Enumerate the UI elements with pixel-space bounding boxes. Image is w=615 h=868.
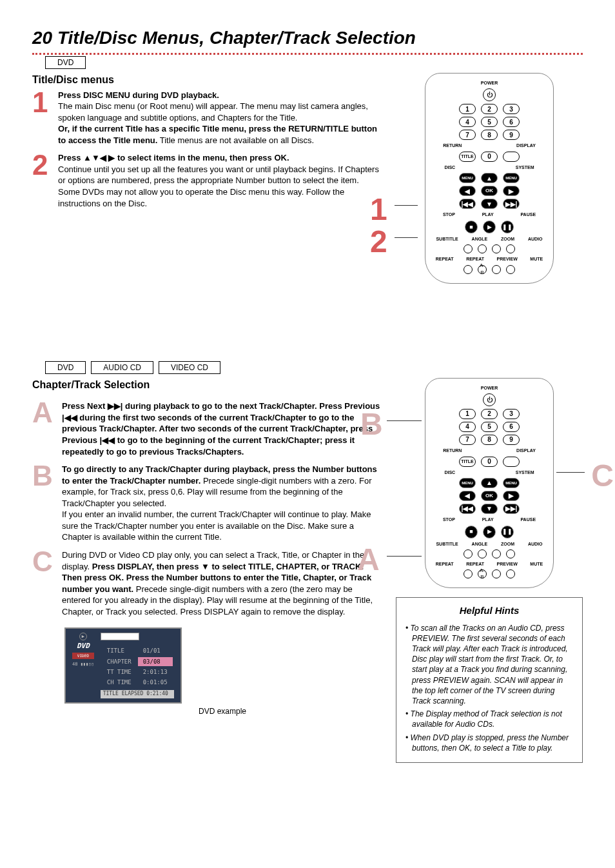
btn2-title[interactable]: TITLE: [459, 457, 476, 467]
btn-zoom[interactable]: [492, 244, 501, 253]
btn2-5[interactable]: 5: [481, 422, 498, 432]
audio-label-2: AUDIO: [528, 541, 543, 547]
tag-video-cd: VIDEO CD: [159, 361, 220, 374]
btn-right[interactable]: ▶: [503, 186, 520, 196]
tag-audio-cd: AUDIO CD: [91, 361, 153, 374]
btn2-6[interactable]: 6: [503, 422, 520, 432]
angle-label-2: ANGLE: [472, 541, 488, 547]
disc-label: DISC: [444, 164, 455, 170]
btn2-zoom[interactable]: [492, 549, 501, 558]
btn-audio[interactable]: [506, 244, 515, 253]
btn-5[interactable]: 5: [481, 117, 498, 127]
power-button[interactable]: ⏻: [483, 88, 496, 101]
step2-body: Continue until you set up all the featur…: [58, 164, 380, 209]
btn-mute[interactable]: [506, 265, 515, 274]
btn2-4[interactable]: 4: [459, 422, 476, 432]
btn-play[interactable]: ▶: [483, 221, 496, 233]
btn2-next[interactable]: ▶▶|: [503, 504, 520, 514]
subtitle-label: SUBTITLE: [436, 236, 458, 242]
btn-1[interactable]: 1: [459, 104, 476, 114]
repeat2-label: REPEAT: [466, 256, 484, 262]
btn-subtitle[interactable]: [464, 244, 473, 253]
osd-chapter-label: CHAPTER: [102, 657, 137, 666]
btn2-9[interactable]: 9: [503, 435, 520, 445]
stepB-body2: If you enter an invalid number, the curr…: [62, 509, 380, 543]
callout-line-2: [395, 237, 418, 238]
osd-dvd-logo: DVD: [72, 642, 94, 651]
power-label-2: POWER: [429, 385, 549, 391]
power-button-2[interactable]: ⏻: [483, 393, 496, 406]
step-number-1: 1: [32, 90, 53, 146]
btn-0[interactable]: 0: [481, 152, 498, 162]
btn2-system-menu[interactable]: MENU: [503, 478, 520, 488]
btn-display[interactable]: [503, 152, 520, 162]
btn-6[interactable]: 6: [503, 117, 520, 127]
btn2-play[interactable]: ▶: [483, 526, 496, 538]
btn2-1[interactable]: 1: [459, 409, 476, 419]
btn2-3[interactable]: 3: [503, 409, 520, 419]
btn-7[interactable]: 7: [459, 130, 476, 140]
step1-lead: Press DISC MENU during DVD playback.: [58, 90, 219, 100]
btn2-up[interactable]: ▲: [481, 478, 498, 488]
power-label: POWER: [429, 80, 549, 86]
btn-4[interactable]: 4: [459, 117, 476, 127]
heading-chapter-track: Chapter/Track Selection: [32, 378, 380, 392]
btn2-repeat-ab[interactable]: A-B: [478, 569, 487, 578]
btn2-7[interactable]: 7: [459, 435, 476, 445]
btn2-repeat[interactable]: [464, 569, 473, 578]
btn-next[interactable]: ▶▶|: [503, 199, 520, 209]
step-1: 1 Press DISC MENU during DVD playback. T…: [32, 90, 380, 146]
system-label-2: SYSTEM: [516, 469, 534, 475]
osd-footer: TITLE ELAPSED 0:21:40: [101, 690, 174, 698]
btn-repeat[interactable]: [464, 265, 473, 274]
btn-angle[interactable]: [478, 244, 487, 253]
btn-9[interactable]: 9: [503, 130, 520, 140]
btn2-2[interactable]: 2: [481, 409, 498, 419]
btn-3[interactable]: 3: [503, 104, 520, 114]
btn2-8[interactable]: 8: [481, 435, 498, 445]
btn-prev[interactable]: |◀◀: [459, 199, 476, 209]
btn-8[interactable]: 8: [481, 130, 498, 140]
btn-ok[interactable]: OK: [481, 186, 498, 196]
btn2-display[interactable]: [503, 457, 520, 467]
btn2-subtitle[interactable]: [464, 549, 473, 558]
osd-tttime-label: TT TIME: [102, 667, 137, 676]
btn-preview[interactable]: [492, 265, 501, 274]
btn-down[interactable]: ▼: [481, 199, 498, 209]
btn2-prev[interactable]: |◀◀: [459, 504, 476, 514]
btn2-ok[interactable]: OK: [481, 491, 498, 501]
btn-system-menu[interactable]: MENU: [503, 173, 520, 183]
zoom-label: ZOOM: [501, 236, 514, 242]
section-title-disc: Title/Disc menus 1 Press DISC MENU durin…: [32, 73, 583, 284]
btn2-angle[interactable]: [478, 549, 487, 558]
return-label: RETURN: [443, 143, 462, 148]
btn-stop[interactable]: ■: [465, 221, 478, 233]
btn2-disc-menu[interactable]: MENU: [459, 478, 476, 488]
btn-2[interactable]: 2: [481, 104, 498, 114]
tag-row-section2: DVD AUDIO CD VIDEO CD: [45, 361, 583, 374]
btn2-0[interactable]: 0: [481, 457, 498, 467]
display-label-2: DISPLAY: [516, 448, 536, 453]
btn2-pause[interactable]: ❚❚: [501, 526, 514, 538]
btn-repeat-ab[interactable]: A-B: [478, 265, 487, 274]
btn-left[interactable]: ◀: [459, 186, 476, 196]
btn2-left[interactable]: ◀: [459, 491, 476, 501]
zoom-label-2: ZOOM: [501, 541, 514, 547]
osd-quality: 48: [72, 662, 77, 667]
disc-label-2: DISC: [444, 469, 455, 475]
btn2-preview[interactable]: [492, 569, 501, 578]
helpful-hints: Helpful Hints To scan all the Tracks on …: [396, 597, 583, 763]
btn2-audio[interactable]: [506, 549, 515, 558]
btn-title[interactable]: TITLE: [459, 152, 476, 162]
btn2-down[interactable]: ▼: [481, 504, 498, 514]
btn2-stop[interactable]: ■: [465, 526, 478, 538]
btn2-mute[interactable]: [506, 569, 515, 578]
btn-pause[interactable]: ❚❚: [501, 221, 514, 233]
step-b: B To go directly to any Track/Chapter du…: [32, 464, 380, 543]
btn-up[interactable]: ▲: [481, 173, 498, 183]
btn2-right[interactable]: ▶: [503, 491, 520, 501]
step1-body: The main Disc menu (or Root menu) will a…: [58, 101, 380, 123]
return-label-2: RETURN: [443, 448, 462, 453]
system-label: SYSTEM: [516, 164, 534, 170]
btn-disc-menu[interactable]: MENU: [459, 173, 476, 183]
